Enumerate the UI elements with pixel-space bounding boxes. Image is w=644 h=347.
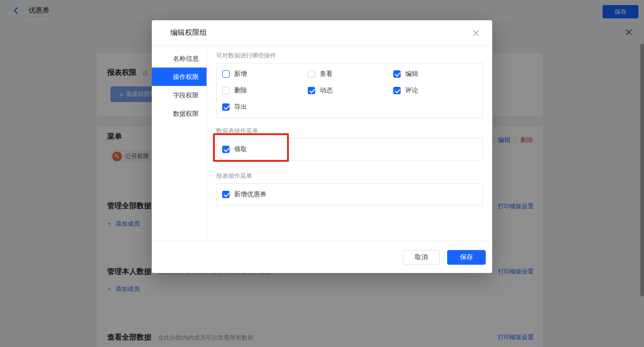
report-menu-checkbox-panel: 新增优惠券	[216, 183, 483, 205]
modal-content: 可对数据进行哪些操作 新增 查看 编辑	[207, 46, 492, 241]
checkbox-label: 领取	[234, 145, 247, 154]
save-button[interactable]: 保存	[447, 250, 486, 265]
checkbox-label: 新增优惠券	[234, 190, 266, 199]
edit-permission-group-modal: 编辑权限组 名称信息 操作权限 字段权限 数据权限 可对数据进行哪些操作 新增	[152, 20, 492, 273]
checkbox-label: 动态	[320, 86, 333, 95]
checkbox-new-coupon[interactable]: 新增优惠券	[222, 190, 477, 199]
table-menu-checkbox-panel: 领取	[216, 138, 483, 160]
checkbox-label: 导出	[234, 103, 247, 111]
modal-footer: 取消 保存	[152, 241, 492, 273]
tab-operation-permission[interactable]: 操作权限	[152, 68, 207, 86]
checkbox-view[interactable]: 查看	[308, 70, 393, 78]
checkbox-icon	[393, 87, 401, 94]
checkbox-icon	[222, 103, 230, 111]
checkbox-icon	[308, 70, 315, 78]
modal-close-icon[interactable]	[472, 29, 480, 37]
checkbox-icon	[222, 70, 230, 78]
checkbox-label: 编辑	[405, 70, 418, 78]
report-menu-section-label: 报表操作菜单	[216, 172, 483, 180]
checkbox-comment[interactable]: 评论	[393, 86, 479, 95]
modal-tab-list: 名称信息 操作权限 字段权限 数据权限	[152, 46, 207, 241]
checkbox-edit[interactable]: 编辑	[393, 70, 479, 78]
checkbox-dynamic[interactable]: 动态	[308, 86, 393, 95]
modal-body: 名称信息 操作权限 字段权限 数据权限 可对数据进行哪些操作 新增 查看	[152, 46, 492, 241]
checkbox-delete[interactable]: 删除	[222, 86, 308, 95]
checkbox-icon	[393, 70, 401, 78]
data-ops-checkbox-panel: 新增 查看 编辑 删除	[216, 63, 483, 118]
checkbox-icon	[308, 87, 315, 94]
checkbox-label: 新增	[234, 70, 247, 78]
checkbox-icon	[222, 191, 230, 198]
cancel-button[interactable]: 取消	[403, 250, 440, 265]
checkbox-label: 查看	[320, 70, 333, 78]
checkbox-add[interactable]: 新增	[222, 70, 308, 78]
screen: 优惠券 保存 报表权限 设 + 新建权限组 菜单 公开权限 编辑 删除	[0, 0, 644, 347]
checkbox-receive[interactable]: 领取	[222, 145, 477, 154]
modal-header: 编辑权限组	[152, 20, 492, 46]
checkbox-export[interactable]: 导出	[222, 103, 308, 111]
tab-data-permission[interactable]: 数据权限	[152, 104, 207, 123]
checkbox-icon	[222, 87, 230, 94]
checkbox-label: 删除	[234, 86, 247, 95]
tab-name-info[interactable]: 名称信息	[152, 49, 207, 68]
modal-title: 编辑权限组	[170, 28, 207, 38]
checkbox-icon	[222, 146, 230, 153]
tab-field-permission[interactable]: 字段权限	[152, 86, 207, 104]
data-ops-section-label: 可对数据进行哪些操作	[216, 51, 483, 60]
checkbox-label: 评论	[405, 86, 418, 95]
table-menu-section-label: 数据表操作菜单	[216, 127, 483, 135]
